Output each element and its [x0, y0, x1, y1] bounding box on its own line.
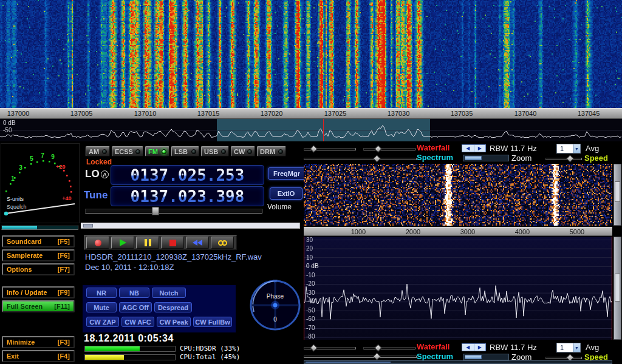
rf-frequency-scale[interactable]: 1000 2000 3000 4000 5000 — [304, 227, 612, 236]
mode-button-usb[interactable]: USB — [201, 146, 229, 157]
spectrum-ref-thumb-top[interactable] — [373, 155, 381, 163]
notch-button[interactable]: Notch — [152, 288, 186, 298]
record-button[interactable] — [86, 237, 109, 249]
waterfall-contrast-slider[interactable] — [363, 148, 415, 150]
main-waterfall-display[interactable] — [0, 0, 622, 108]
spectrum-label-top[interactable]: Spectrum — [417, 153, 453, 162]
rf-db-label: 10 — [306, 254, 313, 261]
rbw-label-top: RBW 11.7 Hz — [490, 144, 537, 153]
scroll-right-icon[interactable]: ▶ — [474, 145, 486, 152]
mode-led — [221, 149, 226, 154]
waterfall-shift-scrollbar-top[interactable]: ◀ ▶ — [462, 144, 486, 152]
waterfall-contrast-thumb-bottom[interactable] — [374, 344, 382, 352]
spectrum-ref-slider-bottom[interactable] — [304, 356, 417, 358]
rf-spectrum-display[interactable] — [304, 237, 612, 340]
rf-zoom-range-thumb[interactable] — [306, 362, 391, 363]
spinner-arrow-icon[interactable]: ▼ — [573, 144, 580, 153]
rf-db-label: -60 — [306, 315, 315, 322]
playback-seek-thumb[interactable] — [83, 224, 93, 228]
mode-label: USB — [204, 148, 218, 155]
exit-button[interactable]: Exit [F4] — [2, 350, 75, 362]
samplerate-button[interactable]: Samplerate [F6] — [2, 249, 75, 261]
squelch-slider[interactable] — [1, 225, 78, 230]
rf-waterfall-scrollbar[interactable] — [613, 164, 621, 226]
options-button[interactable]: Options [F7] — [2, 263, 75, 275]
frequency-scale[interactable]: 137000 137005 137010 137015 137020 13702… — [0, 108, 622, 119]
speed-slider-bottom[interactable] — [545, 357, 582, 359]
avg-spinner-bottom[interactable]: 1 ▼ — [556, 343, 581, 352]
button-label: CW ZAP — [89, 318, 115, 326]
mode-button-ecss[interactable]: ECSS — [112, 146, 143, 157]
cw-afc-button[interactable]: CW AFC — [121, 317, 154, 327]
waterfall-brightness-thumb-bottom[interactable] — [310, 344, 318, 352]
avg-spinner-top[interactable]: 1 ▼ — [556, 144, 581, 153]
zoom-scrollbar-thumb[interactable] — [465, 156, 482, 160]
play-button[interactable] — [111, 237, 134, 249]
rewind-button[interactable] — [186, 237, 209, 249]
speed-slider-top[interactable] — [545, 158, 582, 160]
minimize-button[interactable]: Minimize [F3] — [2, 336, 75, 348]
playback-seek-bar[interactable] — [81, 223, 300, 229]
lo-lock-badge[interactable]: A — [101, 170, 109, 178]
nr-button[interactable]: NR — [86, 288, 117, 298]
cw-peak-button[interactable]: CW Peak — [157, 317, 191, 327]
freqmgr-button[interactable]: FreqMgr — [268, 167, 306, 180]
agc-off-button[interactable]: AGC Off — [119, 302, 152, 312]
loop-button[interactable] — [211, 237, 234, 249]
spectrum-ref-thumb-bottom[interactable] — [373, 352, 381, 360]
lo-frequency-display[interactable]: 0137.025.253 — [111, 165, 264, 185]
volume-slider[interactable] — [85, 209, 262, 214]
phase-value: 0 — [273, 316, 277, 323]
main-spectrum-display[interactable] — [0, 119, 622, 141]
mode-button-cw[interactable]: CW — [231, 146, 255, 157]
zoom-scrollbar-thumb[interactable] — [465, 355, 482, 359]
rf-spectrum-scrollbar[interactable] — [613, 237, 621, 340]
squelch-slider-fill[interactable] — [2, 226, 37, 229]
extio-button[interactable]: ExtIO — [270, 187, 302, 200]
waterfall-contrast-thumb[interactable] — [374, 145, 382, 153]
despread-button[interactable]: Despread — [154, 302, 192, 312]
rf-spectrum-scroll-thumb[interactable] — [615, 274, 620, 302]
stop-button[interactable] — [161, 237, 184, 249]
scroll-left-icon[interactable]: ◀ — [462, 145, 474, 152]
play-icon — [120, 239, 126, 246]
button-label: Mute — [94, 304, 109, 311]
speed-thumb-top[interactable] — [566, 155, 574, 163]
rf-scale-label: 2000 — [401, 228, 425, 235]
zoom-scrollbar-bottom[interactable] — [463, 354, 509, 360]
cw-fullbw-button[interactable]: CW FullBw — [193, 317, 232, 327]
waterfall-label-bottom[interactable]: Waterfall — [417, 343, 449, 351]
pause-button[interactable] — [136, 237, 159, 249]
mode-button-fm[interactable]: FM — [145, 146, 169, 157]
info-update-button[interactable]: Info / Update [F9] — [2, 286, 75, 298]
soundcard-button[interactable]: Soundcard [F5] — [2, 235, 75, 248]
scroll-left-icon[interactable]: ◀ — [462, 344, 474, 351]
mode-button-am[interactable]: AM — [86, 146, 110, 157]
fullscreen-button[interactable]: Full Screen [F11] — [2, 300, 75, 312]
nb-button[interactable]: NB — [119, 288, 149, 298]
spinner-arrow-icon[interactable]: ▼ — [573, 343, 580, 352]
db-axis-mid-label: -50 — [3, 127, 12, 133]
rf-waterfall-scroll-thumb[interactable] — [615, 181, 620, 202]
rf-zoom-range-scrollbar[interactable] — [304, 360, 612, 364]
dsp-panel: NR NB Notch Mute AGC Off Despread CW ZAP… — [83, 285, 236, 332]
mute-button[interactable]: Mute — [86, 302, 117, 312]
volume-slider-thumb[interactable] — [152, 207, 159, 215]
mode-button-lsb[interactable]: LSB — [171, 146, 199, 157]
button-label: FreqMgr — [273, 170, 300, 177]
spectrum-ref-slider-top[interactable] — [304, 158, 417, 160]
scroll-right-icon[interactable]: ▶ — [474, 344, 486, 351]
mode-label: CW — [234, 148, 245, 155]
waterfall-label-top[interactable]: Waterfall — [417, 144, 449, 152]
mode-label: ECSS — [115, 148, 133, 155]
tune-frequency-display[interactable]: 0137.023.398 — [111, 186, 264, 206]
waterfall-brightness-thumb[interactable] — [310, 145, 318, 153]
cw-zap-button[interactable]: CW ZAP — [86, 317, 119, 327]
rf-db-label: 30 — [306, 237, 313, 243]
rf-waterfall-display[interactable] — [304, 164, 612, 226]
zoom-scrollbar-top[interactable] — [463, 155, 509, 161]
phase-dial[interactable]: Phase 0 — [248, 278, 302, 332]
waterfall-contrast-slider-bottom[interactable] — [363, 347, 415, 349]
waterfall-shift-scrollbar-bottom[interactable]: ◀ ▶ — [462, 343, 486, 351]
mode-button-drm[interactable]: DRM — [257, 146, 286, 157]
